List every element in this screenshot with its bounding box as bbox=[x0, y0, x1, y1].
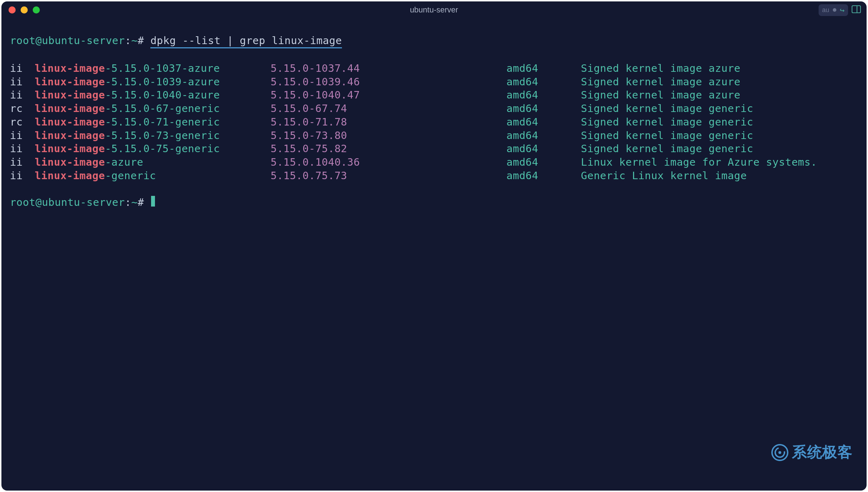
zoom-button[interactable] bbox=[33, 6, 40, 14]
pkg-description: Signed kernel image azure bbox=[581, 89, 740, 102]
pkg-description: Signed kernel image generic bbox=[581, 102, 753, 116]
minimize-button[interactable] bbox=[21, 6, 28, 14]
pkg-arch: amd64 bbox=[507, 102, 581, 116]
pkg-name: linux-image-5.15.0-1037-azure bbox=[35, 62, 270, 75]
terminal-window: ubuntu-server au ↪ root@ubuntu-server:~#… bbox=[1, 1, 867, 491]
package-row: ii linux-image-5.15.0-75-generic5.15.0-7… bbox=[10, 142, 858, 156]
pkg-name-match: linux-image bbox=[35, 89, 105, 101]
pkg-description: Signed kernel image generic bbox=[581, 142, 753, 156]
package-row: ii linux-image-azure5.15.0.1040.36amd64L… bbox=[10, 156, 858, 169]
titlebar-right: au ↪ bbox=[819, 4, 861, 16]
package-row: ii linux-image-5.15.0-1039-azure5.15.0-1… bbox=[10, 75, 858, 89]
package-row: rc linux-image-5.15.0-71-generic5.15.0-7… bbox=[10, 116, 858, 129]
pkg-status: rc bbox=[10, 102, 35, 116]
package-row: ii linux-image-5.15.0-73-generic5.15.0-7… bbox=[10, 129, 858, 143]
watermark-logo-icon bbox=[771, 444, 788, 461]
pkg-name-suffix: -5.15.0-67-generic bbox=[105, 102, 220, 114]
pkg-name-match: linux-image bbox=[35, 143, 105, 155]
svg-rect-0 bbox=[852, 6, 861, 13]
pkg-name-suffix: -5.15.0-1039-azure bbox=[105, 76, 220, 88]
prompt-end: # bbox=[138, 34, 144, 49]
pkg-name-suffix: -5.15.0-71-generic bbox=[105, 116, 220, 128]
split-pane-icon[interactable] bbox=[852, 5, 861, 15]
profile-label: au bbox=[822, 6, 829, 14]
prompt-line-2: root@ubuntu-server:~# bbox=[10, 196, 858, 209]
pkg-status: ii bbox=[10, 75, 35, 89]
pkg-status: rc bbox=[10, 116, 35, 129]
pkg-name-match: linux-image bbox=[35, 76, 105, 88]
pkg-name-suffix: -5.15.0-1040-azure bbox=[105, 89, 220, 101]
pkg-name-suffix: -5.15.0-1037-azure bbox=[105, 62, 220, 74]
prompt-separator: : bbox=[125, 196, 131, 209]
pkg-arch: amd64 bbox=[507, 75, 581, 89]
prompt-user-host: root@ubuntu-server bbox=[10, 196, 125, 209]
terminal-body[interactable]: root@ubuntu-server:~# dpkg --list | grep… bbox=[1, 18, 867, 491]
pkg-name: linux-image-5.15.0-73-generic bbox=[35, 129, 270, 143]
pkg-name: linux-image-5.15.0-75-generic bbox=[35, 142, 270, 156]
pkg-version: 5.15.0-1040.47 bbox=[270, 89, 506, 102]
pkg-name-match: linux-image bbox=[35, 129, 105, 141]
command-text: dpkg --list | grep linux-image bbox=[150, 34, 342, 49]
package-row: ii linux-image-5.15.0-1040-azure5.15.0-1… bbox=[10, 89, 858, 102]
pkg-description: Signed kernel image azure bbox=[581, 62, 740, 75]
pkg-name-suffix: -generic bbox=[105, 170, 156, 182]
pkg-name: linux-image-azure bbox=[35, 156, 270, 169]
close-button[interactable] bbox=[9, 6, 16, 14]
pkg-description: Signed kernel image azure bbox=[581, 75, 740, 89]
pkg-version: 5.15.0-73.80 bbox=[270, 129, 506, 143]
pkg-arch: amd64 bbox=[507, 129, 581, 143]
share-icon: ↪ bbox=[840, 6, 845, 15]
pkg-version: 5.15.0-67.74 bbox=[270, 102, 506, 116]
pkg-name-match: linux-image bbox=[35, 116, 105, 128]
pkg-status: ii bbox=[10, 142, 35, 156]
pkg-version: 5.15.0-1037.44 bbox=[270, 62, 506, 75]
pkg-name-suffix: -5.15.0-75-generic bbox=[105, 143, 220, 155]
pkg-name: linux-image-5.15.0-67-generic bbox=[35, 102, 270, 116]
pkg-arch: amd64 bbox=[507, 169, 581, 183]
traffic-lights bbox=[9, 6, 40, 14]
pkg-name: linux-image-generic bbox=[35, 169, 270, 183]
pkg-status: ii bbox=[10, 62, 35, 75]
pkg-status: ii bbox=[10, 169, 35, 183]
prompt-end: # bbox=[138, 196, 144, 209]
pkg-version: 5.15.0.75.73 bbox=[270, 169, 506, 183]
package-row: rc linux-image-5.15.0-67-generic5.15.0-6… bbox=[10, 102, 858, 116]
window-title: ubuntu-server bbox=[410, 5, 458, 15]
pkg-description: Signed kernel image generic bbox=[581, 116, 753, 129]
pkg-description: Linux kernel image for Azure systems. bbox=[581, 156, 817, 169]
package-row: ii linux-image-5.15.0-1037-azure5.15.0-1… bbox=[10, 62, 858, 75]
prompt-line: root@ubuntu-server:~# dpkg --list | grep… bbox=[10, 34, 858, 49]
pkg-version: 5.15.0-75.82 bbox=[270, 142, 506, 156]
pkg-version: 5.15.0-71.78 bbox=[270, 116, 506, 129]
pkg-name: linux-image-5.15.0-71-generic bbox=[35, 116, 270, 129]
prompt-separator: : bbox=[125, 34, 131, 49]
pkg-arch: amd64 bbox=[507, 156, 581, 169]
profile-pill[interactable]: au ↪ bbox=[819, 4, 848, 16]
pkg-name-match: linux-image bbox=[35, 156, 105, 168]
prompt-path: ~ bbox=[131, 196, 138, 209]
pkg-status: ii bbox=[10, 129, 35, 143]
pkg-name: linux-image-5.15.0-1039-azure bbox=[35, 75, 270, 89]
dot-icon bbox=[833, 8, 836, 12]
prompt-user-host: root@ubuntu-server bbox=[10, 34, 125, 49]
pkg-name-match: linux-image bbox=[35, 170, 105, 182]
pkg-name: linux-image-5.15.0-1040-azure bbox=[35, 89, 270, 102]
watermark: 系统极客 bbox=[771, 443, 852, 462]
pkg-name-suffix: -azure bbox=[105, 156, 143, 168]
pkg-arch: amd64 bbox=[507, 62, 581, 75]
pkg-name-suffix: -5.15.0-73-generic bbox=[105, 129, 220, 141]
pkg-status: ii bbox=[10, 89, 35, 102]
pkg-description: Generic Linux kernel image bbox=[581, 169, 747, 183]
titlebar: ubuntu-server au ↪ bbox=[1, 1, 867, 18]
pkg-status: ii bbox=[10, 156, 35, 169]
pkg-arch: amd64 bbox=[507, 116, 581, 129]
watermark-text: 系统极客 bbox=[792, 443, 852, 462]
pkg-description: Signed kernel image generic bbox=[581, 129, 753, 143]
pkg-arch: amd64 bbox=[507, 142, 581, 156]
pkg-name-match: linux-image bbox=[35, 62, 105, 74]
pkg-arch: amd64 bbox=[507, 89, 581, 102]
pkg-version: 5.15.0.1040.36 bbox=[270, 156, 506, 169]
prompt-path: ~ bbox=[131, 34, 138, 49]
cursor bbox=[151, 196, 155, 207]
package-row: ii linux-image-generic5.15.0.75.73amd64G… bbox=[10, 169, 858, 183]
